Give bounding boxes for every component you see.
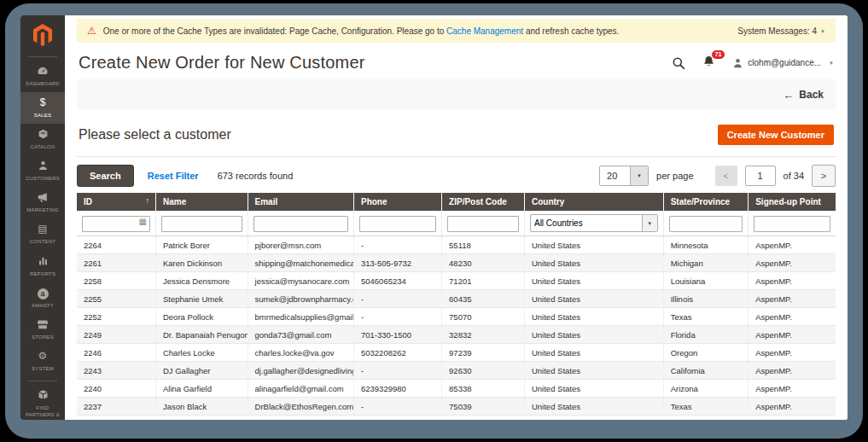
sidebar-item-marketing[interactable]: MARKETING bbox=[20, 187, 65, 218]
account-label: clohm@guidance... bbox=[748, 58, 821, 67]
table-row[interactable]: 2246Charles Lockecharles.locke@va.gov503… bbox=[77, 344, 836, 362]
back-button[interactable]: ← Back bbox=[783, 89, 824, 102]
column-header-id[interactable]: ID↑ bbox=[77, 193, 155, 211]
cell-country: United States bbox=[524, 362, 663, 380]
table-row[interactable]: 2243DJ Gallagherdj.gallagher@designedliv… bbox=[77, 362, 836, 380]
column-header-phone[interactable]: Phone bbox=[353, 193, 441, 211]
sidebar-item-content[interactable]: ▤CONTENT bbox=[20, 218, 65, 250]
magento-logo[interactable] bbox=[20, 15, 65, 53]
column-header-zip[interactable]: ZIP/Post Code bbox=[442, 193, 525, 211]
header-actions: 71 clohm@guidance... ▼ bbox=[672, 55, 834, 72]
cell-country: United States bbox=[524, 272, 663, 290]
state-filter-input[interactable] bbox=[669, 216, 743, 232]
table-filter-row: ▦ All Countries ▼ bbox=[77, 211, 836, 236]
cell-email: dj.gallagher@designedliving.net bbox=[248, 362, 353, 380]
sidebar-item-catalog[interactable]: CATALOG bbox=[20, 124, 65, 155]
table-row[interactable]: 2258Jessica Densmorejessica@mysanocare.c… bbox=[77, 272, 836, 290]
cell-email: pjborer@msn.com bbox=[248, 236, 353, 254]
account-menu[interactable]: clohm@guidance... ▼ bbox=[732, 57, 834, 69]
cell-email: alinagarfield@gmail.com bbox=[248, 380, 353, 398]
cell-signup: AspenMP. bbox=[749, 362, 836, 380]
sidebar-item-system[interactable]: ⚙SYSTEM bbox=[20, 346, 65, 377]
sidebar-item-label: FIND PARTNERS & EXTENSIONS bbox=[22, 404, 63, 420]
cell-state: Texas bbox=[663, 398, 749, 416]
column-header-name[interactable]: Name bbox=[155, 193, 248, 211]
table-row[interactable]: 2237Jason BlackDrBlack@EthosRegen.com-75… bbox=[77, 398, 836, 416]
stores-icon bbox=[22, 318, 63, 331]
country-filter-select[interactable]: All Countries ▼ bbox=[530, 214, 658, 232]
email-filter-input[interactable] bbox=[253, 216, 348, 232]
sidebar-item-label: REPORTS bbox=[22, 270, 63, 277]
cell-name: Charles Locke bbox=[155, 344, 248, 362]
cell-state: Arizona bbox=[663, 380, 749, 398]
table-row[interactable]: 2264Patrick Borerpjborer@msn.com-55118Un… bbox=[77, 236, 836, 254]
current-page-input[interactable] bbox=[745, 166, 776, 186]
search-icon[interactable] bbox=[672, 56, 685, 70]
table-row[interactable]: 2249Dr. Bapanaiah Penugondagonda73@gmail… bbox=[77, 326, 836, 344]
pagination: 20 ▼ per page < of 34 > bbox=[599, 165, 836, 187]
table-row[interactable]: 2252Deora Pollockbmrmedicalsupplies@gmai… bbox=[77, 308, 836, 326]
zip-filter-input[interactable] bbox=[447, 216, 519, 232]
cell-name: Jason Black bbox=[155, 398, 248, 416]
sidebar-divider bbox=[28, 381, 57, 381]
find-partners-icon bbox=[22, 389, 63, 402]
cell-name: DJ Gallagher bbox=[155, 362, 248, 380]
section-divider bbox=[77, 156, 836, 157]
sidebar-item-label: SYSTEM bbox=[22, 365, 63, 372]
notice-text: One or more of the Cache Types are inval… bbox=[103, 26, 620, 36]
sidebar-item-amasty[interactable]: aAMASTY bbox=[20, 282, 65, 314]
cache-management-link[interactable]: Cache Management bbox=[446, 26, 523, 36]
per-page-select[interactable]: 20 ▼ bbox=[599, 166, 649, 186]
amasty-icon: a bbox=[22, 287, 63, 300]
column-header-email[interactable]: Email bbox=[248, 193, 353, 211]
sidebar-item-label: CUSTOMERS bbox=[22, 175, 63, 182]
cell-state: Illinois bbox=[663, 290, 749, 308]
sidebar-item-dashboard[interactable]: DASHBOARD bbox=[20, 61, 65, 92]
cell-zip: 75070 bbox=[442, 308, 525, 326]
reset-filter-link[interactable]: Reset Filter bbox=[148, 171, 199, 181]
cell-signup: AspenMP. bbox=[749, 380, 836, 398]
cell-signup: AspenMP. bbox=[749, 344, 836, 362]
sidebar-item-customers[interactable]: CUSTOMERS bbox=[20, 155, 65, 187]
admin-window: DASHBOARD$SALESCATALOGCUSTOMERSMARKETING… bbox=[20, 15, 848, 420]
cell-country: United States bbox=[524, 254, 663, 272]
id-range-grid-icon[interactable]: ▦ bbox=[139, 218, 147, 226]
notifications-button[interactable]: 71 bbox=[702, 55, 715, 72]
sidebar-item-stores[interactable]: STORES bbox=[20, 314, 65, 346]
phone-filter-input[interactable] bbox=[359, 216, 436, 232]
cell-phone: - bbox=[353, 290, 441, 308]
country-filter-value: All Countries bbox=[531, 215, 642, 231]
notification-count-badge: 71 bbox=[712, 50, 725, 60]
sidebar-item-find_partners[interactable]: FIND PARTNERS & EXTENSIONS bbox=[20, 385, 65, 420]
column-header-signup[interactable]: Signed-up Point bbox=[749, 193, 836, 211]
cell-signup: AspenMP. bbox=[749, 236, 836, 254]
next-page-button[interactable]: > bbox=[812, 165, 836, 187]
table-row[interactable]: 2255Stephanie Umeksumek@jdbrownpharmacy.… bbox=[77, 290, 836, 308]
previous-page-button[interactable]: < bbox=[715, 166, 737, 186]
cell-country: United States bbox=[524, 380, 663, 398]
marketing-icon bbox=[22, 191, 63, 204]
cell-id: 2246 bbox=[77, 344, 155, 362]
cell-id: 2264 bbox=[77, 236, 155, 254]
main-area: ⚠ One or more of the Cache Types are inv… bbox=[65, 15, 848, 420]
cell-country: United States bbox=[524, 398, 663, 416]
create-new-customer-button[interactable]: Create New Customer bbox=[718, 125, 834, 145]
cell-zip: 32832 bbox=[442, 326, 525, 344]
cell-name: Stephanie Umek bbox=[155, 290, 248, 308]
cell-id: 2261 bbox=[77, 254, 155, 272]
table-row[interactable]: 2261Karen Dickinsonshipping@matchonemedi… bbox=[77, 254, 836, 272]
cell-state: Texas bbox=[663, 308, 749, 326]
sidebar-item-reports[interactable]: REPORTS bbox=[20, 251, 65, 282]
sidebar-item-sales[interactable]: $SALES bbox=[20, 92, 65, 124]
system-messages-toggle[interactable]: System Messages: 4▼ bbox=[737, 26, 825, 36]
column-header-state[interactable]: State/Province bbox=[663, 193, 749, 211]
signup-filter-input[interactable] bbox=[754, 216, 830, 232]
cell-zip: 60435 bbox=[442, 290, 525, 308]
cell-email: jessica@mysanocare.com bbox=[248, 272, 353, 290]
name-filter-input[interactable] bbox=[161, 216, 242, 232]
sidebar-item-label: AMASTY bbox=[22, 302, 63, 309]
cell-state: California bbox=[663, 362, 749, 380]
table-row[interactable]: 2240Alina Garfieldalinagarfield@gmail.co… bbox=[77, 380, 836, 398]
column-header-country[interactable]: Country bbox=[524, 193, 663, 211]
search-button[interactable]: Search bbox=[77, 165, 134, 187]
